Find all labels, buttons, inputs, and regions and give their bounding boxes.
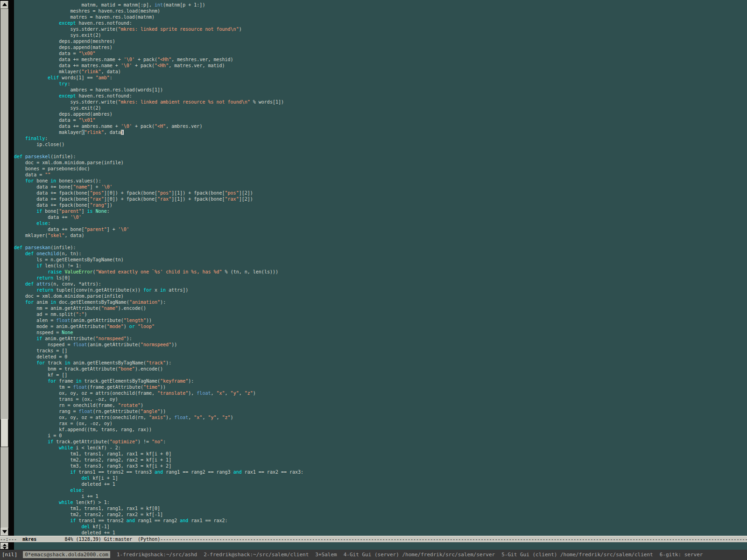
code-line[interactable]: data = "\x01" <box>14 117 747 123</box>
code-line[interactable]: matres = haven.res.load(matnm) <box>14 14 747 20</box>
code-line[interactable]: sys.exit(2) <box>14 32 747 38</box>
code-line[interactable]: ad = nm.split(":") <box>14 311 747 317</box>
scrollbar-track[interactable] <box>0 9 8 528</box>
code-line[interactable]: return ls[0] <box>14 275 747 281</box>
code-line[interactable]: for anim in doc.getElementsByTagName("an… <box>14 299 747 305</box>
code-line[interactable]: if len(ls) != 1: <box>14 263 747 269</box>
code-line[interactable]: ip.close() <box>14 141 747 147</box>
code-line[interactable]: if bone["parent"] is None: <box>14 208 747 214</box>
code-line[interactable]: deleted = 0 <box>14 354 747 360</box>
code-token: ) <box>85 312 87 317</box>
code-line[interactable]: sys.stderr.write("mkres: linked sprite r… <box>14 26 747 32</box>
code-line[interactable]: if trans1 == trans2 == trans3 and rang1 … <box>14 469 747 475</box>
code-line[interactable]: del kf[i + 1] <box>14 475 747 481</box>
code-line[interactable]: return tuple([conv(n.getAttribute(x)) fo… <box>14 287 747 293</box>
code-area[interactable]: matnm, matid = matnm[:p], int(matnm[p + … <box>14 0 747 538</box>
code-line[interactable]: if trans1 == trans2 and rang1 == rang2 a… <box>14 518 747 524</box>
code-line[interactable]: kf = [] <box>14 372 747 378</box>
code-line[interactable]: deleted += 1 <box>14 481 747 487</box>
code-line[interactable]: def parseskan(infile): <box>14 245 747 251</box>
code-line[interactable]: alen = float(anim.getAttribute("length")… <box>14 317 747 323</box>
code-line[interactable]: data += '\0' <box>14 214 747 220</box>
code-line[interactable]: for bone in bones.values(): <box>14 178 747 184</box>
code-line[interactable]: for track in anim.getElementsByTagName("… <box>14 360 747 366</box>
code-token: for <box>25 178 34 183</box>
code-line[interactable]: except haven.res.notfound: <box>14 93 747 99</box>
code-line[interactable]: try: <box>14 81 747 87</box>
code-line[interactable] <box>14 238 747 245</box>
code-line[interactable]: rn = onechild(frame, "rotate") <box>14 402 747 408</box>
code-line[interactable]: nm = anim.getAttribute("name").encode() <box>14 305 747 311</box>
code-line[interactable]: doc = xml.dom.minidom.parse(infile) <box>14 293 747 299</box>
minibuffer-scrollbar[interactable] <box>0 543 8 549</box>
code-line[interactable]: data = "\x00" <box>14 50 747 56</box>
code-token: is <box>87 209 93 214</box>
code-line[interactable]: mode = anim.getAttribute("mode") or "loo… <box>14 323 747 329</box>
code-line[interactable]: finally: <box>14 135 747 141</box>
code-line[interactable]: ox, oy, oz = attrs(onechild(frame, "tran… <box>14 390 747 396</box>
code-line[interactable]: meshres = haven.res.load(meshnm) <box>14 8 747 14</box>
code-line[interactable]: data += fpack(bone["rax"][0]) + fpack(bo… <box>14 196 747 202</box>
code-line[interactable]: bones = parsebones(doc) <box>14 166 747 172</box>
mode-line[interactable]: --:--- mkres 84% (1328,39) Git:master (P… <box>0 536 747 542</box>
code-line[interactable]: data = "" <box>14 172 747 178</box>
code-line[interactable]: while i < len(kf) - 2: <box>14 445 747 451</box>
code-line[interactable]: tm = float(frame.getAttribute("time")) <box>14 384 747 390</box>
code-line[interactable]: data += meshres.name + '\0' + pack("<Hh"… <box>14 56 747 63</box>
scrollbar-up-button[interactable] <box>0 1 8 9</box>
code-line[interactable]: except haven.res.notfound: <box>14 20 747 26</box>
code-line[interactable]: tm1, trans1, rang1, rax1 = kf[0] <box>14 505 747 511</box>
code-line[interactable]: doc = xml.dom.minidom.parse(infile) <box>14 160 747 166</box>
code-line[interactable]: i += 1 <box>14 493 747 499</box>
code-line[interactable]: def attrs(n, conv, *attrs): <box>14 281 747 287</box>
code-line[interactable]: mklayer("skel", data) <box>14 232 747 238</box>
code-line[interactable]: maklayer("rlink", data) <box>14 129 747 135</box>
code-line[interactable]: ls = n.getElementsByTagName(tn) <box>14 257 747 263</box>
code-line[interactable]: data += fpack(bone["pos"][0]) + fpack(bo… <box>14 190 747 196</box>
code-line[interactable]: raise ValueError("Wanted exactly one `%s… <box>14 269 747 275</box>
code-line[interactable]: tm3, trans3, rang3, rax3 = kf[i + 2] <box>14 463 747 469</box>
code-line[interactable]: deps.append(matres) <box>14 44 747 50</box>
code-line[interactable]: data += fpack(bone["rang"]) <box>14 202 747 208</box>
code-line[interactable] <box>14 147 747 154</box>
scrollbar-thumb[interactable] <box>0 419 8 447</box>
code-line[interactable]: else: <box>14 220 747 226</box>
code-line[interactable]: elif words[1] == "amb": <box>14 75 747 81</box>
code-line[interactable]: rax = (ox, -oz, oy) <box>14 420 747 427</box>
code-line[interactable]: while len(kf) > 1: <box>14 499 747 505</box>
code-line[interactable]: deleted += 1 <box>14 530 747 536</box>
code-line[interactable]: matnm, matid = matnm[:p], int(matnm[p + … <box>14 2 747 8</box>
code-line[interactable]: sys.exit(2) <box>14 105 747 111</box>
code-token: tm1, trans1, rang1, rax1 = kf[i + 0] <box>14 451 171 456</box>
code-line[interactable]: if anim.getAttribute("normspeed"): <box>14 336 747 342</box>
code-line[interactable]: if track.getAttribute("optimize") != "no… <box>14 439 747 445</box>
code-line[interactable]: ambres = haven.res.load(words[1]) <box>14 87 747 93</box>
code-line[interactable]: deps.append(meshres) <box>14 38 747 44</box>
code-line[interactable]: del kf[-1] <box>14 524 747 530</box>
code-line[interactable]: tracks = [] <box>14 348 747 354</box>
code-line[interactable]: data += bone["name"] + '\0' <box>14 184 747 190</box>
scrollbar-down-button[interactable] <box>0 528 8 536</box>
code-line[interactable]: def parseskel(infile): <box>14 154 747 160</box>
code-line[interactable]: i = 0 <box>14 433 747 439</box>
code-line[interactable]: rang = float(rn.getAttribute("angle")) <box>14 408 747 414</box>
code-line[interactable]: deps.append(ambres) <box>14 111 747 117</box>
code-line[interactable]: data += matres.name + '\0' + pack("<Hh",… <box>14 63 747 69</box>
code-line[interactable]: mklayer("rlink", data) <box>14 69 747 75</box>
code-line[interactable]: for frame in track.getElementsByTagName(… <box>14 378 747 384</box>
code-line[interactable]: tm2, trans2, rang2, rax2 = kf[i + 1] <box>14 457 747 463</box>
code-line[interactable]: sys.stderr.write("mkres: linked ambient … <box>14 99 747 105</box>
code-line[interactable]: bnm = track.getAttribute("bone").encode(… <box>14 366 747 372</box>
code-line[interactable]: nspeed = None <box>14 329 747 336</box>
code-line[interactable]: data += ambres.name + '\0' + pack("<H", … <box>14 123 747 129</box>
code-line[interactable]: def onechild(n, tn): <box>14 251 747 257</box>
code-line[interactable]: trans = (ox, -oz, oy) <box>14 396 747 402</box>
code-line[interactable]: ox, oy, oz = attrs(onechild(rn, "axis"),… <box>14 414 747 420</box>
code-line[interactable]: tm2, trans2, rang2, rax2 = kf[-1] <box>14 511 747 518</box>
minibuffer[interactable] <box>0 542 747 550</box>
code-line[interactable]: kf.append((tm, trans, rang, rax)) <box>14 427 747 433</box>
code-line[interactable]: tm1, trans1, rang1, rax1 = kf[i + 0] <box>14 451 747 457</box>
code-line[interactable]: else: <box>14 487 747 493</box>
code-line[interactable]: data += bone["parent"] + '\0' <box>14 226 747 232</box>
code-line[interactable]: nspeed = float(anim.getAttribute("normsp… <box>14 342 747 348</box>
